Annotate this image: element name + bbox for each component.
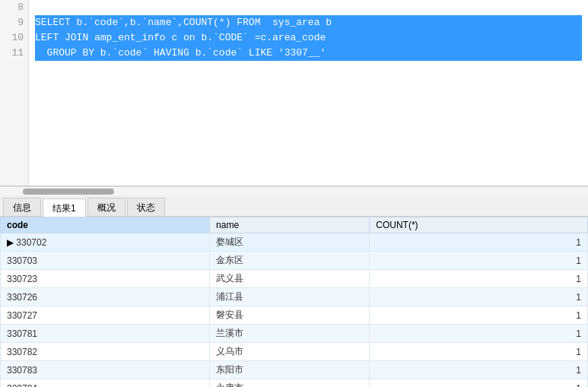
- table-row: 330783东阳市1: [1, 361, 588, 379]
- code-content[interactable]: SELECT b.`code`,b.`name`,COUNT(*) FROM s…: [29, 0, 588, 186]
- cell-name: 东阳市: [210, 361, 370, 379]
- table-row: 330726浦江县1: [1, 288, 588, 306]
- cell-code: 330727: [1, 306, 210, 325]
- cell-count: 1: [370, 306, 588, 325]
- cell-name: 义乌市: [210, 343, 370, 361]
- table-row: 330727磐安县1: [1, 306, 588, 325]
- code-line-9: SELECT b.`code`,b.`name`,COUNT(*) FROM s…: [35, 15, 582, 30]
- cell-name: 永康市: [210, 379, 370, 388]
- cell-count: 1: [370, 379, 588, 388]
- cell-code: 330784: [1, 379, 210, 388]
- cell-name: 磐安县: [210, 306, 370, 325]
- tab-status[interactable]: 状态: [127, 198, 165, 216]
- tab-overview[interactable]: 概况: [87, 198, 126, 216]
- table-row: 330782义乌市1: [1, 343, 588, 361]
- line-num-10: 10: [0, 30, 28, 46]
- cell-count: 1: [370, 325, 588, 343]
- table-body: ▶ 330702婺城区1330703金东区1330723武义县1330726浦江…: [1, 233, 588, 388]
- table-row: ▶ 330702婺城区1: [1, 233, 588, 252]
- cell-code: 330726: [1, 288, 210, 306]
- col-header-code: code: [1, 217, 210, 233]
- cell-code: 330723: [1, 270, 210, 288]
- scrollbar-thumb[interactable]: [23, 189, 114, 195]
- cell-count: 1: [370, 288, 588, 306]
- cell-name: 武义县: [210, 270, 370, 288]
- line-numbers: 8 9 10 11: [0, 0, 29, 186]
- tab-info[interactable]: 信息: [3, 198, 41, 216]
- code-line-10: LEFT JOIN amp_ent_info c on b.`CODE` =c.…: [35, 30, 582, 46]
- row-indicator: ▶: [7, 237, 16, 248]
- cell-count: 1: [370, 233, 588, 252]
- table-row: 330723武义县1: [1, 270, 588, 288]
- code-line-11: GROUP BY b.`code` HAVING b.`code` LIKE '…: [35, 46, 582, 61]
- cell-code: 330782: [1, 343, 210, 361]
- table-row: 330703金东区1: [1, 252, 588, 270]
- editor-area: 8 9 10 11 SELECT b.`code`,b.`name`,COUNT…: [0, 0, 588, 186]
- cell-code: 330781: [1, 325, 210, 343]
- table-row: 330781兰溪市1: [1, 325, 588, 343]
- cell-name: 金东区: [210, 252, 370, 270]
- table-row: 330784永康市1: [1, 379, 588, 388]
- cell-count: 1: [370, 343, 588, 361]
- tab-results[interactable]: 结果1: [43, 198, 86, 217]
- code-line-8: [35, 0, 582, 15]
- line-num-11: 11: [0, 46, 28, 61]
- cell-code: ▶ 330702: [1, 233, 210, 252]
- cell-name: 婺城区: [210, 233, 370, 252]
- line-num-8: 8: [0, 0, 28, 15]
- line-num-9: 9: [0, 15, 28, 30]
- table-container[interactable]: code name COUNT(*) ▶ 330702婺城区1330703金东区…: [0, 217, 588, 387]
- cell-count: 1: [370, 361, 588, 379]
- scrollbar-area[interactable]: [0, 186, 588, 195]
- table-header-row: code name COUNT(*): [1, 217, 588, 233]
- cell-count: 1: [370, 270, 588, 288]
- col-header-name: name: [210, 217, 370, 233]
- cell-code: 330703: [1, 252, 210, 270]
- cell-name: 浦江县: [210, 288, 370, 306]
- col-header-count: COUNT(*): [370, 217, 588, 233]
- cell-code: 330783: [1, 361, 210, 379]
- results-table: code name COUNT(*) ▶ 330702婺城区1330703金东区…: [0, 217, 588, 387]
- cell-count: 1: [370, 252, 588, 270]
- cell-name: 兰溪市: [210, 325, 370, 343]
- tabs-bar: 信息 结果1 概况 状态: [0, 195, 588, 217]
